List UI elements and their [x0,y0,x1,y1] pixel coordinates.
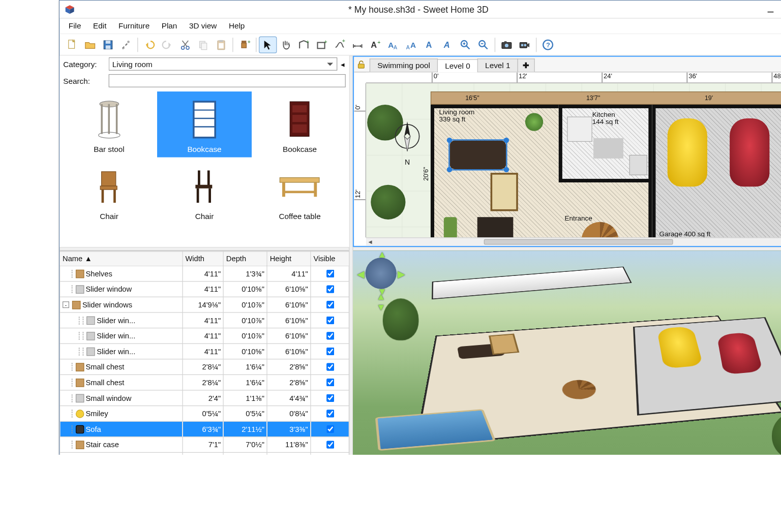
cut-button[interactable] [176,36,194,53]
zoom-out-button[interactable] [474,36,492,53]
catalog-item[interactable]: Bookcase [157,91,251,157]
select-tool[interactable] [259,36,277,53]
tree-expander[interactable]: - [63,301,69,308]
col-depth[interactable]: Depth [223,252,267,266]
menu-edit[interactable]: Edit [87,20,112,33]
level-tab[interactable]: Level 0 [437,59,478,73]
zoom-in-button[interactable] [456,36,474,53]
col-visible[interactable]: Visible [311,252,349,266]
furniture-row[interactable]: ┊Stair case7'1"7'0½"11'8⅜" [59,437,348,453]
create-polyline-tool[interactable]: + [331,36,348,53]
furniture-row[interactable]: ┊Small window2'4"1'1⅜"4'4¾" [59,390,348,406]
furniture-row[interactable]: ┊Small chest2'8¼"1'6¼"2'8⅝" [59,359,348,375]
plan-horizontal-scrollbar[interactable]: ◄► [366,237,781,245]
col-name[interactable]: Name ▲ [59,252,182,266]
level-tab[interactable]: Swimming pool [369,58,437,72]
catalog-item[interactable]: Bookcase [252,91,346,157]
furniture-row[interactable]: ┊┊Slider win...4'11"0'10⅝"6'10⅝" [59,343,348,359]
3d-view-pane[interactable]: ▲ ▼ ◀ ▶ ▲ ▼ [352,251,781,455]
undo-button[interactable] [140,36,158,53]
help-button[interactable]: ? [538,36,556,53]
catalog-item[interactable]: Coffee table [252,159,346,224]
create-text-tool[interactable]: A+ [366,36,384,53]
create-walls-tool[interactable]: + [294,36,312,53]
catalog-item[interactable]: Chair [62,159,156,224]
new-file-button[interactable] [63,36,81,53]
row-name: Shelves [85,269,112,277]
row-visible-checkbox[interactable] [326,410,334,417]
text-italic-button[interactable]: A [438,36,456,53]
row-visible-checkbox[interactable] [326,441,334,448]
copy-button[interactable] [194,36,212,53]
svg-marker-84 [404,121,410,136]
search-input[interactable] [108,74,345,87]
row-depth: 1'6¼" [223,374,267,390]
svg-rect-72 [113,190,115,203]
add-level-tab[interactable]: ✚ [517,58,534,72]
row-name: Slider windows [82,300,132,308]
row-visible-checkbox[interactable] [326,379,334,386]
3d-nav-pad[interactable]: ▲ ▼ ◀ ▶ ▲ ▼ [360,258,402,305]
create-dimension-tool[interactable] [348,36,366,53]
menu-furniture[interactable]: Furniture [113,20,155,33]
furniture-row[interactable]: ┊Swimming pool27'3½"11'1½"6'11¾" [59,452,348,455]
lock-icon[interactable] [356,60,366,71]
minimize-button[interactable] [757,1,781,18]
row-visible-checkbox[interactable] [326,425,334,433]
level-tab[interactable]: Level 1 [477,58,518,72]
compass-icon: N [393,117,420,157]
titlebar: * My house.sh3d - Sweet Home 3D [59,1,781,18]
furniture-row[interactable]: ┊┊Slider win...4'11"0'10⅞"6'10⅝" [59,312,348,328]
row-visible-checkbox[interactable] [326,317,334,324]
save-file-button[interactable] [99,36,116,53]
create-video-button[interactable] [516,36,533,53]
row-icon [72,300,80,308]
row-visible-checkbox[interactable] [326,332,334,339]
selection-box[interactable] [448,139,507,170]
plan-canvas[interactable]: N Living room 339 sq ft Kitchen 144 sq f… [366,83,781,238]
menu-help[interactable]: Help [223,20,250,33]
furniture-row[interactable]: ┊Smiley0'5¼"0'5¼"0'8¼" [59,406,348,422]
create-room-tool[interactable]: + [313,36,331,53]
col-width[interactable]: Width [183,252,223,266]
add-furniture-button[interactable]: + [235,36,253,53]
preferences-button[interactable] [117,36,135,53]
vertical-splitter-left[interactable] [59,247,349,251]
row-depth: 11'1½" [223,452,267,455]
menu-plan[interactable]: Plan [156,20,183,33]
row-visible-checkbox[interactable] [326,363,334,370]
resize-handle-icon[interactable]: ◂ [341,59,345,69]
catalog-item[interactable]: Bar stool [62,91,156,157]
catalog-item[interactable]: Chair [157,159,251,224]
row-visible-checkbox[interactable] [326,270,334,277]
furniture-row[interactable]: ┊Slider window4'11"0'10⅝"6'10⅝" [59,281,348,297]
col-height[interactable]: Height [267,252,311,266]
vertical-splitter-right[interactable] [352,247,781,251]
row-visible-checkbox[interactable] [326,348,334,355]
text-decrease-button[interactable]: AA [402,36,420,53]
row-height: 6'10⅝" [267,343,311,359]
row-visible-checkbox[interactable] [326,285,334,293]
furniture-row[interactable]: ┊Shelves4'11"1'3¾"4'11" [59,266,348,281]
redo-button[interactable] [158,36,176,53]
row-icon [86,347,95,355]
row-visible-checkbox[interactable] [326,394,334,402]
furniture-row[interactable]: ┊┊Slider win...4'11"0'10⅞"6'10⅝" [59,328,348,344]
svg-text:+: + [324,39,327,44]
furniture-row[interactable]: ┊Sofa6'3¾"2'11½"3'3⅜" [59,421,348,437]
create-photo-button[interactable] [497,36,515,53]
vertical-ruler: 0'12'24' [354,83,366,238]
menu-file[interactable]: File [63,20,86,33]
open-file-button[interactable] [81,36,99,53]
text-increase-button[interactable]: AA [384,36,402,53]
menu-3d-view[interactable]: 3D view [184,20,222,33]
furniture-row[interactable]: ┊Small chest2'8¼"1'6¼"2'8⅝" [59,374,348,390]
pan-tool[interactable] [277,36,294,53]
row-icon [75,378,83,386]
paste-button[interactable] [212,36,230,53]
row-visible-checkbox[interactable] [326,301,334,308]
category-select[interactable]: Living room [108,57,337,71]
horizontal-splitter[interactable] [349,55,352,455]
text-bold-button[interactable]: A [420,36,438,53]
furniture-row[interactable]: -Slider windows14'9⅛"0'10⅞"6'10⅝" [59,297,348,312]
